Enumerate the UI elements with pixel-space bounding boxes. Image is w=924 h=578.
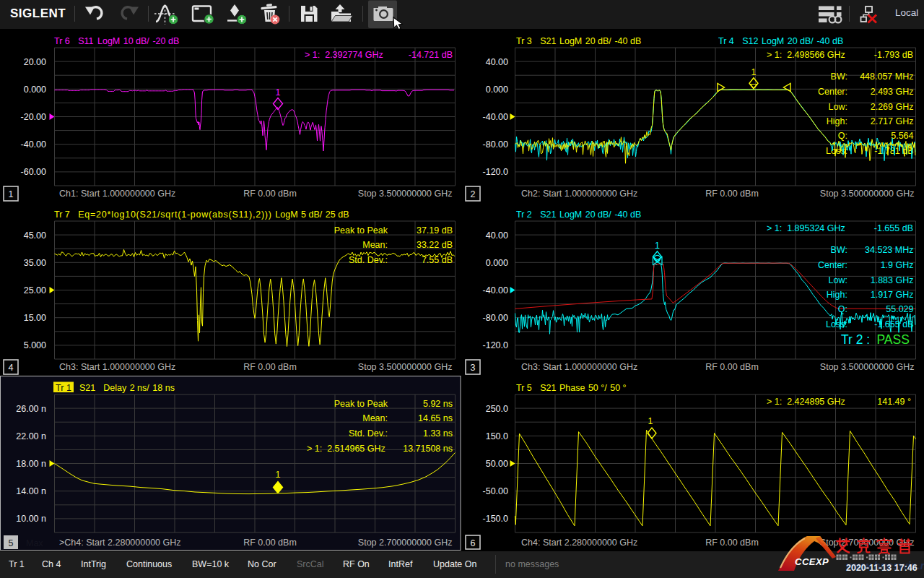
svg-text:Eq=20*log10(S21/sqrt(1-pow(abs: Eq=20*log10(S21/sqrt(1-pow(abs(S11),2))) <box>78 210 272 220</box>
svg-text:High:: High: <box>827 116 847 126</box>
svg-text:-1.655 dB: -1.655 dB <box>874 223 913 233</box>
svg-text:RF 0.00 dBm: RF 0.00 dBm <box>705 538 759 548</box>
svg-text:Ch2: Start 1.000000000 GHz: Ch2: Start 1.000000000 GHz <box>521 189 637 199</box>
svg-text:Q:: Q: <box>838 131 847 141</box>
svg-text:Stop 3.500000000 GHz: Stop 3.500000000 GHz <box>358 189 453 199</box>
svg-text:LogM: LogM <box>559 36 582 46</box>
svg-text:> 1: 2.498566 GHz: > 1: 2.498566 GHz <box>767 50 845 60</box>
svg-text:14.00 n: 14.00 n <box>16 486 46 496</box>
svg-text:-80.00: -80.00 <box>483 139 508 150</box>
svg-text:1.883 GHz: 1.883 GHz <box>871 275 914 285</box>
svg-text:BW:: BW: <box>831 245 847 255</box>
svg-text:Q:: Q: <box>838 304 847 314</box>
svg-text:CCEXP: CCEXP <box>795 556 829 567</box>
svg-text:-20.00: -20.00 <box>21 112 46 122</box>
svg-text:1.917 GHz: 1.917 GHz <box>871 290 914 300</box>
svg-text:S21: S21 <box>79 383 95 393</box>
svg-text:141.49 °: 141.49 ° <box>877 397 911 407</box>
svg-text:-40.00: -40.00 <box>483 112 508 122</box>
svg-text:-40 dB: -40 dB <box>614 36 641 46</box>
svg-text:RF 0.00 dBm: RF 0.00 dBm <box>705 189 759 199</box>
svg-text:-40 dB: -40 dB <box>816 36 843 46</box>
svg-text:18 ns: 18 ns <box>152 383 175 393</box>
svg-text:0.000: 0.000 <box>486 85 508 95</box>
svg-text:S11: S11 <box>78 36 93 46</box>
svg-text:Delay: Delay <box>103 383 127 393</box>
svg-text:-40 dB: -40 dB <box>614 210 641 220</box>
svg-text:Std. Dev.:: Std. Dev.: <box>349 255 388 265</box>
svg-text:Ch3: Start 1.000000000 GHz: Ch3: Start 1.000000000 GHz <box>521 362 637 372</box>
svg-text:3: 3 <box>471 363 476 373</box>
svg-text:Stop 3.500000000 GHz: Stop 3.500000000 GHz <box>820 362 915 372</box>
svg-text:0.000: 0.000 <box>24 85 46 95</box>
svg-text:Center:: Center: <box>818 260 847 270</box>
svg-text:Center:: Center: <box>818 87 847 97</box>
svg-text:-150.0: -150.0 <box>483 514 508 524</box>
svg-text:34.523 MHz: 34.523 MHz <box>865 245 913 255</box>
svg-text:PASS: PASS <box>877 332 910 347</box>
svg-text:45.00: 45.00 <box>24 230 46 241</box>
svg-text:2 ns/: 2 ns/ <box>130 383 150 393</box>
svg-text:RF 0.00 dBm: RF 0.00 dBm <box>243 538 297 548</box>
svg-text:-120.0: -120.0 <box>483 340 508 350</box>
svg-text:50 °/: 50 °/ <box>588 383 607 393</box>
svg-text:S21: S21 <box>540 383 556 393</box>
svg-text:Low:: Low: <box>829 102 847 112</box>
svg-text:-50.00: -50.00 <box>483 486 508 496</box>
svg-text:2020-11-13 17:46: 2020-11-13 17:46 <box>846 563 918 573</box>
svg-text:Tr 3: Tr 3 <box>516 36 532 46</box>
svg-text:Stop 2.700000000 GHz: Stop 2.700000000 GHz <box>358 538 453 548</box>
svg-text:S21: S21 <box>540 210 556 220</box>
svg-text:1: 1 <box>655 241 660 251</box>
svg-text:5.92 ns: 5.92 ns <box>423 399 453 409</box>
svg-text:Tr 5: Tr 5 <box>516 383 532 393</box>
svg-text:RF 0.00 dBm: RF 0.00 dBm <box>243 189 297 199</box>
svg-text:RF 0.00 dBm: RF 0.00 dBm <box>705 362 759 372</box>
svg-text:-40.00: -40.00 <box>483 285 508 296</box>
svg-text:Mean:: Mean: <box>362 413 388 423</box>
svg-text:Tr 4: Tr 4 <box>718 36 734 46</box>
svg-text:RF 0.00 dBm: RF 0.00 dBm <box>243 362 297 372</box>
svg-text:Tr 2 :: Tr 2 : <box>841 332 873 347</box>
svg-text:LogM: LogM <box>559 210 582 220</box>
svg-text:Stop 3.500000000 GHz: Stop 3.500000000 GHz <box>358 362 453 372</box>
svg-text:Tr 2: Tr 2 <box>516 210 532 220</box>
svg-text:High:: High: <box>827 290 847 300</box>
svg-text:> 1: 2.392774 GHz: > 1: 2.392774 GHz <box>305 50 383 60</box>
svg-text:33.22 dB: 33.22 dB <box>417 240 453 250</box>
svg-text:18.00 n: 18.00 n <box>16 459 46 469</box>
svg-text:5.564: 5.564 <box>891 131 913 141</box>
svg-text:-14.721 dB: -14.721 dB <box>409 50 453 60</box>
svg-text:Low:: Low: <box>829 275 847 285</box>
svg-text:1: 1 <box>276 470 281 480</box>
svg-text:50.00: 50.00 <box>486 459 508 469</box>
svg-text:1: 1 <box>751 67 757 77</box>
svg-text:40.00: 40.00 <box>486 230 508 241</box>
svg-text:20.00: 20.00 <box>24 57 46 67</box>
svg-text:25.00: 25.00 <box>24 285 46 296</box>
svg-text:1: 1 <box>276 87 281 98</box>
svg-text:LogM: LogM <box>97 36 120 46</box>
svg-text:50 °: 50 ° <box>610 383 626 393</box>
svg-text:5 dB/: 5 dB/ <box>301 210 323 220</box>
svg-text:Tr 6: Tr 6 <box>54 36 70 46</box>
svg-text:Peak to Peak: Peak to Peak <box>334 225 388 236</box>
svg-text:S12: S12 <box>742 36 758 46</box>
svg-text:22.00 n: 22.00 n <box>16 431 46 441</box>
svg-text:26.00 n: 26.00 n <box>16 404 46 414</box>
svg-text:448.057 MHz: 448.057 MHz <box>860 72 913 82</box>
svg-text:20 dB/: 20 dB/ <box>585 210 612 220</box>
svg-text:14.65 ns: 14.65 ns <box>418 413 453 423</box>
svg-text:> 1: 2.514965 GHz: > 1: 2.514965 GHz <box>307 444 385 454</box>
svg-text:10.00 n: 10.00 n <box>16 514 46 524</box>
svg-text:Std. Dev.:: Std. Dev.: <box>349 428 388 439</box>
svg-text:Phase: Phase <box>559 383 585 393</box>
svg-text:10 dB/: 10 dB/ <box>123 36 150 46</box>
svg-text:Ch1: Start 1.000000000 GHz: Ch1: Start 1.000000000 GHz <box>59 189 175 199</box>
svg-text:1.33 ns: 1.33 ns <box>423 428 453 439</box>
svg-text:BW:: BW: <box>831 72 847 82</box>
svg-text:Mean:: Mean: <box>362 240 388 250</box>
svg-text:Stop 3.500000000 GHz: Stop 3.500000000 GHz <box>820 189 915 199</box>
svg-text:Peak to Peak: Peak to Peak <box>334 399 388 409</box>
svg-text:1: 1 <box>9 189 14 199</box>
